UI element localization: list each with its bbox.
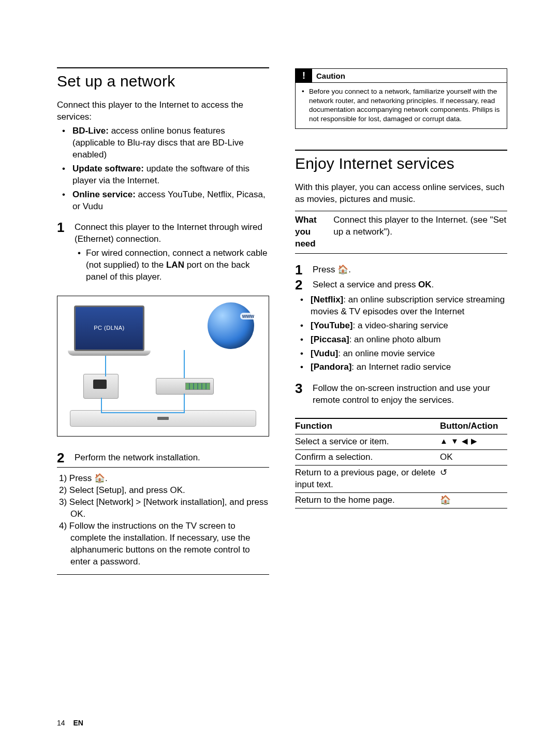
service-youtube: [YouTube]: a video-sharing service: [295, 320, 507, 332]
substep-1: 1) Press 🏠.: [59, 473, 269, 485]
back-icon: ↺: [440, 467, 507, 491]
func-home: Return to the home page.: [295, 495, 440, 506]
pc-dlna-label: PC (DLNA): [76, 307, 143, 331]
left-column: Set up a network Connect this player to …: [57, 67, 269, 575]
step-2-install: Perform the network installation.: [57, 452, 269, 464]
need-key: What you need: [295, 214, 333, 250]
lan-port-icon: [83, 374, 119, 399]
service-netflix: [Netflix]: an online subscription servic…: [295, 294, 507, 318]
need-value: Connect this player to the Internet. (se…: [333, 214, 507, 250]
caution-icon: !: [296, 69, 312, 82]
arrow-keys-icon: ▲ ▼ ◀ ▶: [440, 436, 507, 448]
func-header-action: Button/Action: [440, 420, 507, 432]
func-confirm: Confirm a selection.: [295, 452, 440, 463]
www-label: www: [240, 313, 256, 319]
bullet-online-service: Online service: access YouTube, Netflix,…: [57, 189, 269, 213]
step-1-sub: For wired connection, connect a network …: [75, 248, 269, 283]
substep-2: 2) Select [Setup], and press OK.: [59, 485, 269, 497]
globe-icon: www: [208, 302, 254, 349]
right-column: ! Caution Before you connect to a networ…: [295, 67, 507, 575]
need-row: What you need Connect this player to the…: [295, 214, 507, 250]
enjoy-intro: With this player, you can access online …: [295, 182, 507, 206]
ok-label: OK: [440, 452, 507, 463]
laptop-icon: PC (DLNA): [68, 306, 151, 356]
router-icon: [156, 378, 214, 395]
service-picasa: [Piccasa]: an online photo album: [295, 334, 507, 346]
page-footer: 14 EN: [57, 719, 83, 727]
network-diagram: PC (DLNA) www: [57, 296, 269, 437]
service-pandora: [Pandora]: an Internet radio service: [295, 361, 507, 373]
page-number: 14: [57, 719, 65, 727]
func-return: Return to a previous page, or delete inp…: [295, 467, 440, 491]
enjoy-step-2: Select a service and press OK.: [295, 279, 507, 291]
function-table: Function Button/Action Select a service …: [295, 418, 507, 508]
bullet-bdlive: BD-Live: access online bonus features (a…: [57, 125, 269, 161]
language-code: EN: [73, 719, 83, 727]
heading-setup-network: Set up a network: [57, 72, 269, 90]
install-substeps: 1) Press 🏠. 2) Select [Setup], and press…: [57, 473, 269, 568]
rule: [57, 67, 269, 68]
services-list: BD-Live: access online bonus features (a…: [57, 125, 269, 213]
substep-4: 4) Follow the instructions on the TV scr…: [59, 520, 269, 568]
func-select: Select a service or item.: [295, 436, 440, 448]
caution-box: ! Caution Before you connect to a networ…: [295, 68, 507, 129]
caution-text: Before you connect to a network, familia…: [302, 87, 501, 123]
enjoy-step-1: Press 🏠.: [295, 264, 507, 276]
enjoy-step-3: Follow the on-screen instruction and use…: [295, 383, 507, 406]
intro-text: Connect this player to the Internet to a…: [57, 99, 269, 123]
func-header-function: Function: [295, 420, 440, 432]
service-vudu: [Vudu]: an online movie service: [295, 348, 507, 360]
bullet-update-software: Update software: update the software of …: [57, 163, 269, 187]
home-icon: 🏠: [440, 495, 507, 506]
heading-enjoy-internet: Enjoy Internet services: [295, 155, 507, 172]
caution-label: Caution: [312, 69, 349, 82]
substep-3: 3) Select [Network] > [Network installat…: [59, 497, 269, 520]
step-1-connect: Connect this player to the Internet thro…: [57, 222, 269, 283]
